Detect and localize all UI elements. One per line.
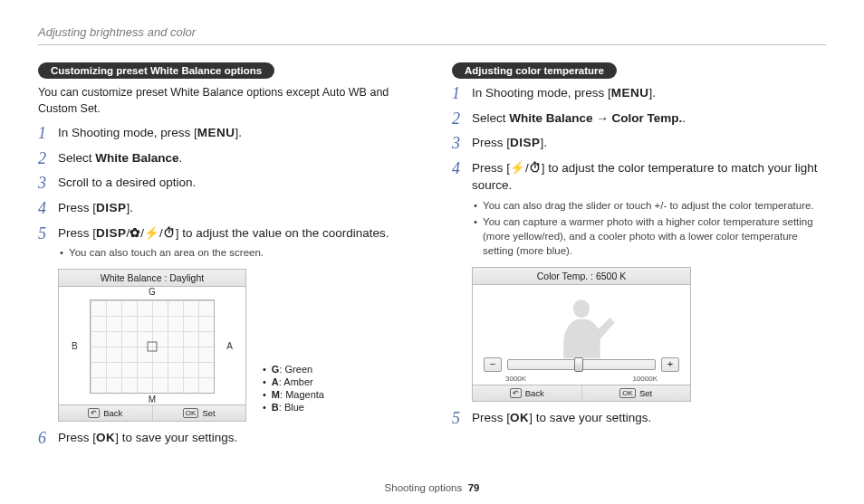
steps-left: 1 In Shooting mode, press [MENU]. 2 Sele… <box>38 124 412 262</box>
flash-icon: ⚡ <box>510 161 525 175</box>
silhouette-icon <box>541 285 622 366</box>
ok-button-label: OK <box>96 431 115 444</box>
step-number: 1 <box>38 124 51 144</box>
wb-figure: White Balance : Daylight G A M B Back OK… <box>58 269 246 422</box>
disp-button-label: DISP <box>510 136 541 149</box>
sub-bullet: You can also touch an area on the screen… <box>58 245 412 260</box>
minus-button[interactable]: − <box>484 357 502 372</box>
back-button[interactable]: Back <box>59 405 153 421</box>
back-button[interactable]: Back <box>473 385 582 401</box>
menu-button-label: MENU <box>611 86 649 100</box>
flash-icon: ⚡ <box>144 226 159 240</box>
set-button[interactable]: OKSet <box>153 405 246 421</box>
plus-button[interactable]: + <box>661 357 679 372</box>
figure-title: White Balance : Daylight <box>59 270 245 287</box>
set-button[interactable]: OKSet <box>582 385 691 401</box>
section-pill-left: Customizing preset White Balance options <box>38 62 274 79</box>
page-footer: Shooting options 79 <box>0 482 864 493</box>
slider-max: 10000K <box>632 375 658 383</box>
ok-button-label: OK <box>510 411 529 424</box>
steps-right: 1 In Shooting mode, press [MENU]. 2 Sele… <box>452 84 826 260</box>
page-title: Adjusting brightness and color <box>38 25 826 39</box>
ct-figure: Color Temp. : 6500 K − + 3000K 10000K <box>472 267 691 402</box>
slider-min: 3000K <box>505 375 526 383</box>
disp-button-label: DISP <box>96 226 127 240</box>
wb-legend: G: Green A: Amber M: Magenta B: Blue <box>263 364 324 414</box>
divider <box>38 44 826 45</box>
disp-button-label: DISP <box>96 201 127 214</box>
left-column: Customizing preset White Balance options… <box>38 62 412 454</box>
ok-icon: OK <box>183 408 199 418</box>
right-column: Adjusting color temperature 1 In Shootin… <box>452 62 826 454</box>
wb-grid <box>90 300 215 394</box>
slider-thumb[interactable] <box>574 357 583 372</box>
timer-icon: ⏱ <box>163 226 176 240</box>
macro-icon: ✿ <box>130 226 140 240</box>
sub-bullet: You can also drag the slider or touch +/… <box>472 198 826 213</box>
intro-text: You can customize preset White Balance o… <box>38 84 412 117</box>
ok-icon: OK <box>619 388 636 398</box>
back-icon <box>88 408 100 418</box>
sub-bullet: You can capture a warmer photo with a hi… <box>472 214 826 258</box>
ct-slider[interactable] <box>507 359 656 370</box>
menu-button-label: MENU <box>197 126 235 139</box>
timer-icon: ⏱ <box>529 161 542 175</box>
figure-title: Color Temp. : 6500 K <box>473 268 690 285</box>
back-icon <box>510 388 522 398</box>
section-pill-right: Adjusting color temperature <box>452 62 617 79</box>
